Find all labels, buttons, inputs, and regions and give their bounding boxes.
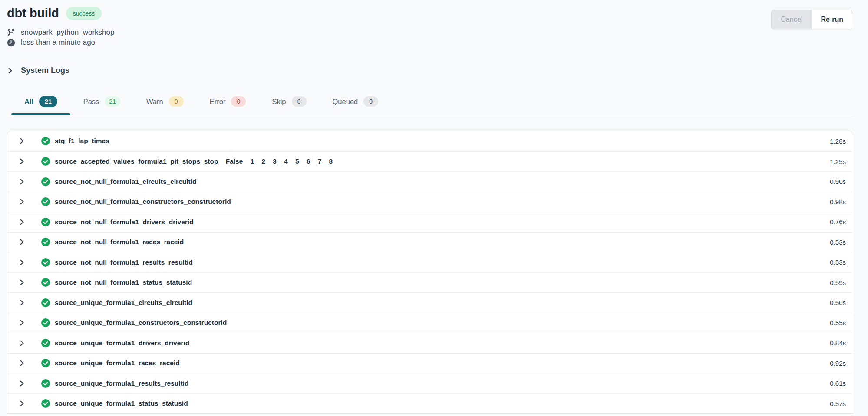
result-row[interactable]: source_not_null_formula1_results_resulti… bbox=[7, 252, 853, 272]
check-circle-icon bbox=[41, 238, 50, 246]
result-duration: 0.84s bbox=[830, 339, 846, 347]
chevron-right-icon bbox=[7, 67, 13, 74]
chevron-right-icon[interactable] bbox=[19, 279, 25, 286]
time-ago: less than a minute ago bbox=[21, 38, 95, 47]
result-duration: 0.57s bbox=[830, 400, 846, 407]
cancel-button[interactable]: Cancel bbox=[772, 10, 812, 29]
result-row[interactable]: source_not_null_formula1_constructors_co… bbox=[7, 192, 853, 212]
check-circle-icon bbox=[41, 177, 50, 186]
tab-label: All bbox=[24, 98, 33, 106]
result-duration: 0.53s bbox=[830, 239, 846, 246]
branch-name: snowpark_python_workshop bbox=[21, 28, 114, 37]
tab-queued[interactable]: Queued 0 bbox=[320, 92, 392, 115]
check-circle-icon bbox=[41, 339, 50, 347]
check-circle-icon bbox=[41, 359, 50, 367]
result-name: source_accepted_values_formula1_pit_stop… bbox=[55, 157, 333, 165]
result-row[interactable]: source_accepted_values_formula1_pit_stop… bbox=[7, 151, 853, 172]
run-actions: Cancel Re-run bbox=[771, 10, 852, 29]
result-duration: 0.61s bbox=[830, 380, 846, 387]
chevron-right-icon[interactable] bbox=[19, 319, 25, 326]
result-name: source_not_null_formula1_results_resulti… bbox=[55, 259, 193, 266]
result-duration: 0.90s bbox=[830, 178, 846, 185]
system-logs-label: System Logs bbox=[21, 66, 69, 75]
check-circle-icon bbox=[41, 278, 50, 287]
tab-error[interactable]: Error 0 bbox=[197, 92, 259, 115]
result-name: source_not_null_formula1_circuits_circui… bbox=[55, 178, 196, 186]
time-row: less than a minute ago bbox=[7, 38, 868, 47]
result-row[interactable]: source_not_null_formula1_drivers_driveri… bbox=[7, 212, 853, 232]
result-name: source_unique_formula1_circuits_circuiti… bbox=[55, 299, 192, 307]
result-duration: 0.50s bbox=[830, 299, 846, 306]
result-row[interactable]: source_unique_formula1_status_statusid 0… bbox=[7, 393, 853, 414]
tab-label: Warn bbox=[146, 98, 163, 106]
result-row[interactable]: source_unique_formula1_results_resultid … bbox=[7, 373, 853, 393]
result-duration: 1.25s bbox=[830, 158, 846, 165]
clock-icon bbox=[7, 39, 15, 47]
chevron-right-icon[interactable] bbox=[19, 239, 25, 246]
tab-skip[interactable]: Skip 0 bbox=[259, 92, 319, 115]
tab-label: Pass bbox=[83, 98, 99, 106]
chevron-right-icon[interactable] bbox=[19, 138, 25, 144]
tab-all[interactable]: All 21 bbox=[11, 92, 70, 115]
chevron-right-icon[interactable] bbox=[19, 198, 25, 205]
check-circle-icon bbox=[41, 318, 50, 327]
result-row[interactable]: source_unique_formula1_circuits_circuiti… bbox=[7, 292, 853, 313]
chevron-right-icon[interactable] bbox=[19, 360, 25, 367]
system-logs-toggle[interactable]: System Logs bbox=[7, 66, 868, 75]
tab-pass[interactable]: Pass 21 bbox=[70, 92, 133, 115]
git-branch-icon bbox=[7, 29, 15, 37]
result-name: source_not_null_formula1_drivers_driveri… bbox=[55, 218, 194, 226]
result-duration: 0.53s bbox=[830, 259, 846, 266]
chevron-right-icon[interactable] bbox=[19, 219, 25, 226]
result-row[interactable]: source_unique_formula1_constructors_cons… bbox=[7, 313, 853, 333]
tab-count-badge: 0 bbox=[169, 96, 184, 107]
results-list: stg_f1_lap_times 1.28s source_accepted_v… bbox=[7, 131, 853, 414]
check-circle-icon bbox=[41, 399, 50, 408]
tab-warn[interactable]: Warn 0 bbox=[133, 92, 197, 115]
check-circle-icon bbox=[41, 197, 50, 206]
result-name: source_not_null_formula1_races_raceid bbox=[55, 238, 184, 246]
result-row[interactable]: source_not_null_formula1_races_raceid 0.… bbox=[7, 232, 853, 252]
result-duration: 1.28s bbox=[830, 138, 846, 145]
result-duration: 0.76s bbox=[830, 218, 846, 226]
rerun-button[interactable]: Re-run bbox=[812, 10, 852, 29]
run-meta: snowpark_python_workshop less than a min… bbox=[7, 28, 868, 47]
result-name: source_unique_formula1_races_raceid bbox=[55, 359, 180, 367]
chevron-right-icon[interactable] bbox=[19, 299, 25, 306]
check-circle-icon bbox=[41, 218, 50, 226]
result-row[interactable]: source_not_null_formula1_circuits_circui… bbox=[7, 171, 853, 192]
result-name: source_unique_formula1_results_resultid bbox=[55, 380, 188, 387]
tab-count-badge: 21 bbox=[39, 96, 57, 107]
check-circle-icon bbox=[41, 258, 50, 267]
chevron-right-icon[interactable] bbox=[19, 259, 25, 266]
chevron-right-icon[interactable] bbox=[19, 340, 25, 347]
chevron-right-icon[interactable] bbox=[19, 158, 25, 165]
tab-count-badge: 0 bbox=[231, 96, 246, 107]
result-name: source_unique_formula1_drivers_driverid bbox=[55, 339, 189, 347]
status-filter-tabs: All 21 Pass 21 Warn 0 Error 0 Skip 0 Que… bbox=[7, 92, 853, 115]
page-title: dbt build bbox=[7, 6, 59, 20]
check-circle-icon bbox=[41, 379, 50, 388]
result-row[interactable]: source_not_null_formula1_status_statusid… bbox=[7, 272, 853, 293]
tab-count-badge: 0 bbox=[363, 96, 378, 107]
result-row[interactable]: source_unique_formula1_drivers_driverid … bbox=[7, 333, 853, 353]
result-name: source_not_null_formula1_status_statusid bbox=[55, 278, 192, 286]
result-duration: 0.59s bbox=[830, 279, 846, 286]
check-circle-icon bbox=[41, 298, 50, 307]
result-row[interactable]: stg_f1_lap_times 1.28s bbox=[7, 131, 853, 151]
chevron-right-icon[interactable] bbox=[19, 178, 25, 185]
tab-count-badge: 21 bbox=[105, 96, 120, 107]
tab-count-badge: 0 bbox=[292, 96, 307, 107]
tab-label: Skip bbox=[272, 98, 286, 106]
chevron-right-icon[interactable] bbox=[19, 400, 25, 407]
result-name: stg_f1_lap_times bbox=[55, 137, 109, 145]
branch-row: snowpark_python_workshop bbox=[7, 28, 868, 37]
tab-label: Queued bbox=[333, 98, 358, 106]
result-row[interactable]: source_unique_formula1_races_raceid 0.92… bbox=[7, 353, 853, 373]
check-circle-icon bbox=[41, 157, 50, 166]
status-badge: success bbox=[66, 7, 102, 20]
chevron-right-icon[interactable] bbox=[19, 380, 25, 387]
result-name: source_unique_formula1_status_statusid bbox=[55, 400, 188, 407]
result-name: source_not_null_formula1_constructors_co… bbox=[55, 198, 231, 206]
check-circle-icon bbox=[41, 137, 50, 145]
